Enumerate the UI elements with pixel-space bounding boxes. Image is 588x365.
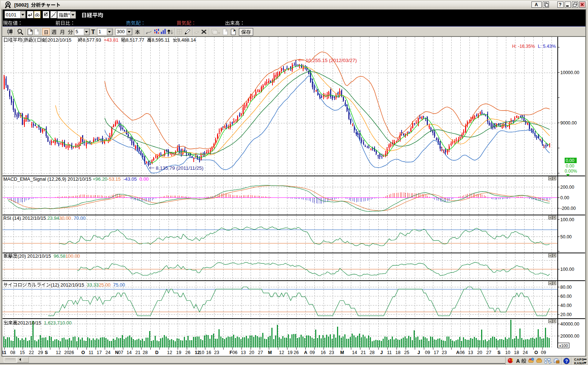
svg-text:60.00: 60.00 xyxy=(560,294,572,299)
svg-text:20: 20 xyxy=(249,350,254,355)
svg-text:11: 11 xyxy=(3,350,6,355)
svg-text:RSI (14) 2012/10/15: RSI (14) 2012/10/15 xyxy=(3,215,46,221)
svg-text:CAPS: CAPS xyxy=(574,358,584,361)
svg-text:27: 27 xyxy=(258,350,263,355)
svg-text:26: 26 xyxy=(185,350,190,355)
svg-text:100.00: 100.00 xyxy=(560,267,574,272)
svg-text:29: 29 xyxy=(38,350,43,355)
svg-text:M: M xyxy=(340,350,344,355)
svg-text:30.00: 30.00 xyxy=(59,215,71,221)
svg-text:23: 23 xyxy=(442,350,447,355)
svg-text:25: 25 xyxy=(404,350,409,355)
svg-text:28: 28 xyxy=(370,350,375,355)
svg-text:25.00: 25.00 xyxy=(99,282,111,288)
svg-text:+96.20: +96.20 xyxy=(93,176,107,182)
svg-text:A: A xyxy=(535,2,538,7)
svg-text:H: -16.35%: H: -16.35% xyxy=(512,44,535,49)
svg-text:-43.05: -43.05 xyxy=(123,176,137,182)
svg-text:0.00: 0.00 xyxy=(560,195,569,200)
svg-text:13: 13 xyxy=(468,350,473,355)
svg-text:?: ? xyxy=(559,2,561,7)
svg-text:14: 14 xyxy=(352,350,357,355)
svg-text:15: 15 xyxy=(20,350,25,355)
svg-text:27: 27 xyxy=(486,350,491,355)
svg-text:23: 23 xyxy=(329,350,334,355)
svg-text:J: J xyxy=(418,350,420,355)
svg-text:A: A xyxy=(456,350,460,355)
svg-text:21: 21 xyxy=(361,350,366,355)
svg-text:0.00%: 0.00% xyxy=(565,169,577,174)
svg-text:J: J xyxy=(380,350,383,355)
svg-text:D: D xyxy=(155,350,159,355)
svg-text:0.00: 0.00 xyxy=(139,176,148,182)
svg-text:?: ? xyxy=(565,359,568,364)
svg-text:(12) 2012/10/15: (12) 2012/10/15 xyxy=(51,282,84,288)
svg-text:S: S xyxy=(45,350,48,355)
svg-text:70.00: 70.00 xyxy=(74,215,86,221)
svg-text:L: 5.43%: L: 5.43% xyxy=(538,44,556,49)
svg-text:9000.00: 9000.00 xyxy=(560,120,577,126)
svg-text:40000.00: 40000.00 xyxy=(560,322,579,327)
svg-text:100.00: 100.00 xyxy=(66,253,80,259)
svg-text:-200.00: -200.00 xyxy=(560,206,576,211)
svg-text:75.00: 75.00 xyxy=(113,282,125,288)
svg-text:06: 06 xyxy=(460,350,465,355)
svg-text:80.00: 80.00 xyxy=(560,285,572,290)
svg-text:10: 10 xyxy=(199,350,204,355)
svg-text:A: A xyxy=(516,358,520,364)
svg-text:17: 17 xyxy=(97,350,102,355)
svg-text:16: 16 xyxy=(321,350,326,355)
svg-text:-53.15: -53.15 xyxy=(107,176,121,182)
svg-text:08: 08 xyxy=(10,350,15,355)
svg-text:12: 12 xyxy=(279,350,284,355)
svg-text:14: 14 xyxy=(127,350,132,355)
svg-text:10,255.15 (2012/03/27): 10,255.15 (2012/03/27) xyxy=(306,58,357,63)
svg-text:24: 24 xyxy=(523,350,528,355)
svg-text:10000.00: 10000.00 xyxy=(560,70,579,75)
svg-text:50.00: 50.00 xyxy=(560,234,572,239)
svg-text:13: 13 xyxy=(241,350,246,355)
svg-text:(20) 2012/10/15: (20) 2012/10/15 xyxy=(18,253,51,259)
svg-text:09: 09 xyxy=(310,350,315,355)
svg-text:07: 07 xyxy=(118,350,123,355)
svg-text:F: F xyxy=(229,350,232,355)
svg-text:P: P xyxy=(233,29,236,32)
svg-text:T: T xyxy=(91,28,95,35)
svg-text:26: 26 xyxy=(69,350,74,355)
svg-text:0.00: 0.00 xyxy=(566,158,575,163)
svg-text:26: 26 xyxy=(294,350,299,355)
svg-text:*: * xyxy=(68,12,70,18)
svg-text:D: D xyxy=(30,29,32,32)
svg-text:23: 23 xyxy=(214,350,219,355)
svg-text:1,623,710.00: 1,623,710.00 xyxy=(44,320,71,326)
svg-text:09: 09 xyxy=(541,350,546,355)
svg-text:2012/10/15: 2012/10/15 xyxy=(18,320,41,326)
svg-text:11: 11 xyxy=(89,350,93,355)
svg-text:KANA: KANA xyxy=(574,361,584,365)
svg-text:M: M xyxy=(268,350,272,355)
svg-text:16: 16 xyxy=(206,350,211,355)
svg-text:0.00: 0.00 xyxy=(566,164,575,169)
svg-text:2012/10/15: 2012/10/15 xyxy=(48,37,71,43)
svg-text:A: A xyxy=(304,350,307,355)
svg-text:[5002]: [5002] xyxy=(14,2,28,8)
svg-text:21: 21 xyxy=(135,350,140,355)
svg-text:MACD_EMA_Signal (12,26,9) 2012: MACD_EMA_Signal (12,26,9) 2012/10/15 xyxy=(3,176,91,182)
svg-text:x100: x100 xyxy=(559,343,568,348)
svg-text:24: 24 xyxy=(105,350,111,355)
svg-text:O: O xyxy=(534,350,538,355)
svg-text:5: 5 xyxy=(76,29,78,34)
svg-text:12: 12 xyxy=(56,350,61,355)
svg-text:33.33: 33.33 xyxy=(87,282,99,288)
svg-text:09: 09 xyxy=(425,350,430,355)
svg-text:300: 300 xyxy=(117,29,125,34)
svg-text:S: S xyxy=(498,350,500,355)
svg-text:19: 19 xyxy=(176,350,181,355)
svg-text:O: O xyxy=(81,350,85,355)
svg-text:10: 10 xyxy=(505,350,510,355)
svg-text:20: 20 xyxy=(64,350,69,355)
svg-text:100.00: 100.00 xyxy=(560,217,574,222)
svg-text:20: 20 xyxy=(477,350,482,355)
svg-text:40.00: 40.00 xyxy=(560,303,572,308)
svg-text:17: 17 xyxy=(434,350,439,355)
